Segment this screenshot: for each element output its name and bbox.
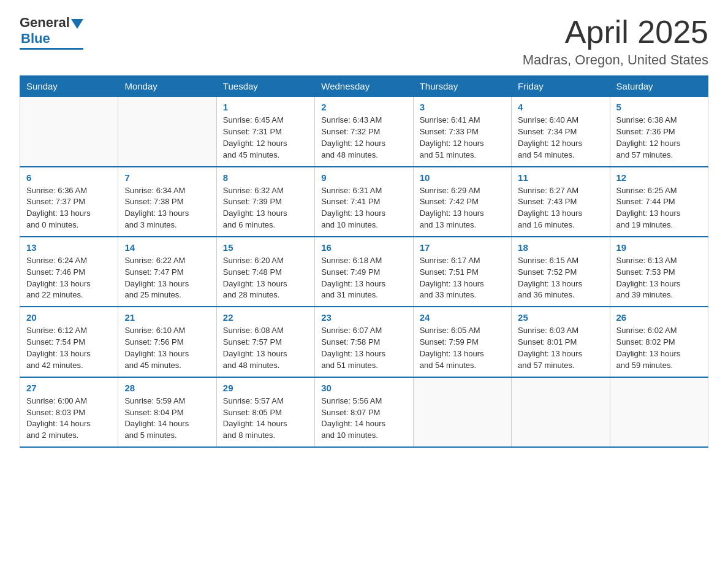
- calendar-cell: [118, 97, 216, 167]
- day-number: 14: [124, 242, 210, 253]
- logo: General Blue: [20, 15, 83, 50]
- day-info: Sunrise: 6:36 AM Sunset: 7:37 PM Dayligh…: [26, 185, 112, 231]
- calendar-cell: [610, 377, 708, 447]
- calendar-cell: 22Sunrise: 6:08 AM Sunset: 7:57 PM Dayli…: [216, 307, 314, 377]
- day-number: 27: [26, 383, 112, 393]
- day-number: 24: [420, 312, 505, 323]
- calendar-cell: 11Sunrise: 6:27 AM Sunset: 7:43 PM Dayli…: [512, 167, 610, 237]
- day-info: Sunrise: 6:17 AM Sunset: 7:51 PM Dayligh…: [420, 255, 505, 301]
- weekday-header-row: SundayMondayTuesdayWednesdayThursdayFrid…: [20, 76, 708, 97]
- calendar-cell: 4Sunrise: 6:40 AM Sunset: 7:34 PM Daylig…: [512, 97, 610, 167]
- day-number: 7: [124, 172, 210, 183]
- title-block: April 2025 Madras, Oregon, United States: [523, 15, 708, 68]
- calendar-cell: 10Sunrise: 6:29 AM Sunset: 7:42 PM Dayli…: [413, 167, 511, 237]
- day-info: Sunrise: 6:32 AM Sunset: 7:39 PM Dayligh…: [223, 185, 308, 231]
- weekday-header-friday: Friday: [512, 76, 610, 97]
- day-info: Sunrise: 6:08 AM Sunset: 7:57 PM Dayligh…: [223, 325, 308, 371]
- week-row-2: 6Sunrise: 6:36 AM Sunset: 7:37 PM Daylig…: [20, 167, 708, 237]
- calendar-cell: [413, 377, 511, 447]
- calendar-cell: 3Sunrise: 6:41 AM Sunset: 7:33 PM Daylig…: [413, 97, 511, 167]
- day-number: 28: [124, 383, 210, 393]
- day-info: Sunrise: 6:18 AM Sunset: 7:49 PM Dayligh…: [321, 255, 406, 301]
- day-info: Sunrise: 6:00 AM Sunset: 8:03 PM Dayligh…: [26, 396, 112, 442]
- day-number: 22: [223, 312, 308, 323]
- calendar-cell: [20, 97, 118, 167]
- calendar-cell: 17Sunrise: 6:17 AM Sunset: 7:51 PM Dayli…: [413, 237, 511, 307]
- calendar-cell: 25Sunrise: 6:03 AM Sunset: 8:01 PM Dayli…: [512, 307, 610, 377]
- logo-general-text: General: [20, 15, 70, 31]
- calendar-cell: 12Sunrise: 6:25 AM Sunset: 7:44 PM Dayli…: [610, 167, 708, 237]
- day-info: Sunrise: 6:10 AM Sunset: 7:56 PM Dayligh…: [124, 325, 210, 371]
- calendar-cell: 19Sunrise: 6:13 AM Sunset: 7:53 PM Dayli…: [610, 237, 708, 307]
- day-info: Sunrise: 6:24 AM Sunset: 7:46 PM Dayligh…: [26, 255, 112, 301]
- calendar-cell: 5Sunrise: 6:38 AM Sunset: 7:36 PM Daylig…: [610, 97, 708, 167]
- day-info: Sunrise: 6:45 AM Sunset: 7:31 PM Dayligh…: [223, 115, 308, 161]
- weekday-header-sunday: Sunday: [20, 76, 118, 97]
- logo-triangle-icon: [71, 19, 83, 29]
- calendar-cell: 30Sunrise: 5:56 AM Sunset: 8:07 PM Dayli…: [315, 377, 413, 447]
- day-number: 1: [223, 102, 308, 112]
- day-number: 20: [26, 312, 112, 323]
- day-number: 5: [616, 102, 702, 112]
- day-info: Sunrise: 6:22 AM Sunset: 7:47 PM Dayligh…: [124, 255, 210, 301]
- calendar-cell: 28Sunrise: 5:59 AM Sunset: 8:04 PM Dayli…: [118, 377, 216, 447]
- day-number: 13: [26, 242, 112, 253]
- day-info: Sunrise: 6:40 AM Sunset: 7:34 PM Dayligh…: [518, 115, 603, 161]
- calendar-cell: 15Sunrise: 6:20 AM Sunset: 7:48 PM Dayli…: [216, 237, 314, 307]
- day-info: Sunrise: 6:12 AM Sunset: 7:54 PM Dayligh…: [26, 325, 112, 371]
- calendar-cell: 21Sunrise: 6:10 AM Sunset: 7:56 PM Dayli…: [118, 307, 216, 377]
- location-title: Madras, Oregon, United States: [523, 52, 708, 68]
- calendar-cell: 20Sunrise: 6:12 AM Sunset: 7:54 PM Dayli…: [20, 307, 118, 377]
- day-number: 11: [518, 172, 603, 183]
- calendar-cell: 14Sunrise: 6:22 AM Sunset: 7:47 PM Dayli…: [118, 237, 216, 307]
- day-number: 26: [616, 312, 702, 323]
- day-number: 8: [223, 172, 308, 183]
- day-info: Sunrise: 6:02 AM Sunset: 8:02 PM Dayligh…: [616, 325, 702, 371]
- calendar-cell: [512, 377, 610, 447]
- day-info: Sunrise: 6:13 AM Sunset: 7:53 PM Dayligh…: [616, 255, 702, 301]
- calendar-cell: 23Sunrise: 6:07 AM Sunset: 7:58 PM Dayli…: [315, 307, 413, 377]
- day-number: 18: [518, 242, 603, 253]
- day-info: Sunrise: 6:31 AM Sunset: 7:41 PM Dayligh…: [321, 185, 406, 231]
- day-info: Sunrise: 6:05 AM Sunset: 7:59 PM Dayligh…: [420, 325, 505, 371]
- day-number: 10: [420, 172, 505, 183]
- day-info: Sunrise: 6:43 AM Sunset: 7:32 PM Dayligh…: [321, 115, 406, 161]
- calendar-cell: 18Sunrise: 6:15 AM Sunset: 7:52 PM Dayli…: [512, 237, 610, 307]
- calendar-cell: 26Sunrise: 6:02 AM Sunset: 8:02 PM Dayli…: [610, 307, 708, 377]
- day-info: Sunrise: 6:25 AM Sunset: 7:44 PM Dayligh…: [616, 185, 702, 231]
- week-row-4: 20Sunrise: 6:12 AM Sunset: 7:54 PM Dayli…: [20, 307, 708, 377]
- day-info: Sunrise: 6:38 AM Sunset: 7:36 PM Dayligh…: [616, 115, 702, 161]
- day-info: Sunrise: 6:15 AM Sunset: 7:52 PM Dayligh…: [518, 255, 603, 301]
- day-info: Sunrise: 6:29 AM Sunset: 7:42 PM Dayligh…: [420, 185, 505, 231]
- day-info: Sunrise: 6:07 AM Sunset: 7:58 PM Dayligh…: [321, 325, 406, 371]
- calendar-cell: 27Sunrise: 6:00 AM Sunset: 8:03 PM Dayli…: [20, 377, 118, 447]
- day-info: Sunrise: 6:34 AM Sunset: 7:38 PM Dayligh…: [124, 185, 210, 231]
- day-number: 15: [223, 242, 308, 253]
- calendar-table: SundayMondayTuesdayWednesdayThursdayFrid…: [20, 75, 708, 448]
- day-number: 4: [518, 102, 603, 112]
- logo-underline: [20, 48, 83, 50]
- calendar-cell: 13Sunrise: 6:24 AM Sunset: 7:46 PM Dayli…: [20, 237, 118, 307]
- weekday-header-tuesday: Tuesday: [216, 76, 314, 97]
- calendar-cell: 16Sunrise: 6:18 AM Sunset: 7:49 PM Dayli…: [315, 237, 413, 307]
- logo-blue-text: Blue: [21, 31, 50, 46]
- week-row-3: 13Sunrise: 6:24 AM Sunset: 7:46 PM Dayli…: [20, 237, 708, 307]
- calendar-cell: 7Sunrise: 6:34 AM Sunset: 7:38 PM Daylig…: [118, 167, 216, 237]
- day-number: 3: [420, 102, 505, 112]
- page-header: General Blue April 2025 Madras, Oregon, …: [20, 15, 708, 68]
- calendar-cell: 1Sunrise: 6:45 AM Sunset: 7:31 PM Daylig…: [216, 97, 314, 167]
- day-number: 21: [124, 312, 210, 323]
- day-number: 29: [223, 383, 308, 393]
- day-info: Sunrise: 6:20 AM Sunset: 7:48 PM Dayligh…: [223, 255, 308, 301]
- weekday-header-monday: Monday: [118, 76, 216, 97]
- calendar-cell: 6Sunrise: 6:36 AM Sunset: 7:37 PM Daylig…: [20, 167, 118, 237]
- day-info: Sunrise: 6:27 AM Sunset: 7:43 PM Dayligh…: [518, 185, 603, 231]
- week-row-5: 27Sunrise: 6:00 AM Sunset: 8:03 PM Dayli…: [20, 377, 708, 447]
- day-number: 25: [518, 312, 603, 323]
- day-info: Sunrise: 5:56 AM Sunset: 8:07 PM Dayligh…: [321, 396, 406, 442]
- day-info: Sunrise: 6:41 AM Sunset: 7:33 PM Dayligh…: [420, 115, 505, 161]
- calendar-cell: 9Sunrise: 6:31 AM Sunset: 7:41 PM Daylig…: [315, 167, 413, 237]
- week-row-1: 1Sunrise: 6:45 AM Sunset: 7:31 PM Daylig…: [20, 97, 708, 167]
- weekday-header-wednesday: Wednesday: [315, 76, 413, 97]
- weekday-header-thursday: Thursday: [413, 76, 511, 97]
